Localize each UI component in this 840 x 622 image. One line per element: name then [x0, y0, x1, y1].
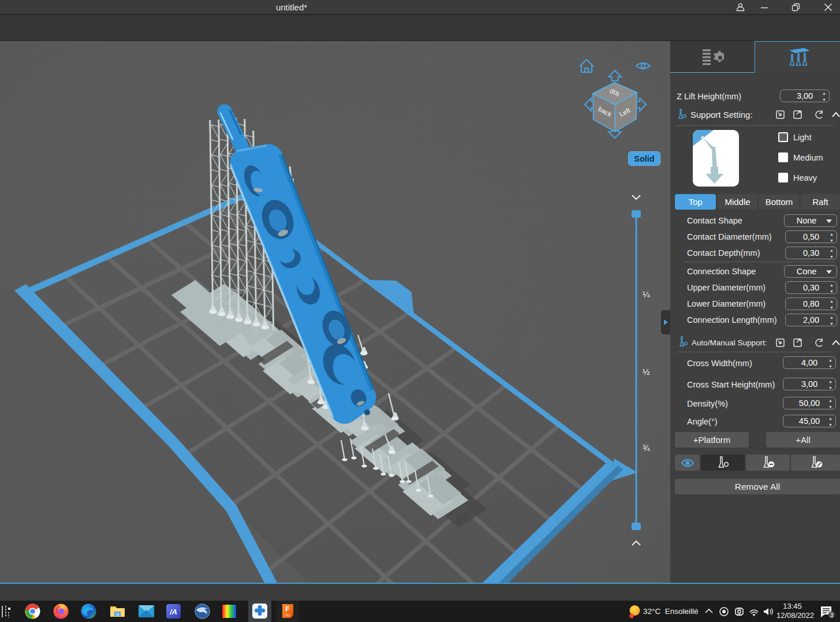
svg-text:½: ½: [643, 367, 650, 377]
svg-text:/A: /A: [169, 608, 177, 616]
svg-text:¼: ¼: [643, 289, 650, 299]
svg-text:3: 3: [830, 612, 834, 619]
svg-text:¾: ¾: [643, 443, 650, 453]
svg-text:F: F: [285, 605, 289, 613]
svg-text:360: 360: [285, 613, 290, 617]
